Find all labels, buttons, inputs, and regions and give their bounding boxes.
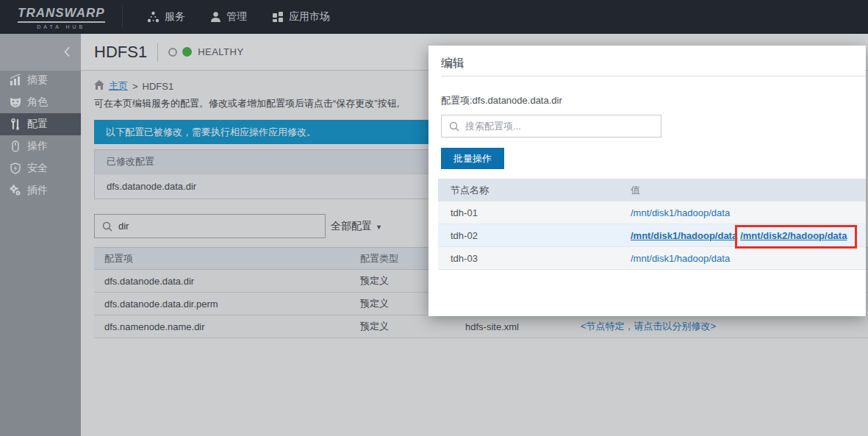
batch-operation-button[interactable]: 批量操作 (441, 148, 504, 169)
node-value-table: 节点名称 值 tdh-01 /mnt/disk1/hadoop/data tdh… (438, 179, 866, 270)
modal-title: 编辑 (441, 56, 465, 71)
modal-title-divider (441, 76, 866, 76)
search-icon (449, 121, 459, 132)
edit-modal: 编辑 配置项:dfs.datanode.data.dir 批量操作 节点名称 值… (428, 46, 866, 316)
modal-search-input[interactable] (465, 121, 642, 132)
column-header-value: 值 (631, 184, 866, 197)
node-row-tdh-02[interactable]: tdh-02 /mnt/disk1/hadoop/data /mnt/disk2… (438, 224, 866, 247)
node-row-tdh-03[interactable]: tdh-03 /mnt/disk1/hadoop/data (438, 247, 866, 270)
node-row-tdh-01[interactable]: tdh-01 /mnt/disk1/hadoop/data (438, 201, 866, 224)
value-link[interactable]: /mnt/disk1/hadoop/data (631, 230, 737, 241)
value-link[interactable]: /mnt/disk1/hadoop/data (631, 207, 730, 218)
node-table-header: 节点名称 值 (438, 179, 866, 201)
value-link-highlighted[interactable]: /mnt/disk2/hadoop/data (740, 230, 847, 241)
column-header-node: 节点名称 (438, 184, 631, 197)
value-link[interactable]: /mnt/disk1/hadoop/data (631, 253, 730, 264)
modal-config-label: 配置项:dfs.datanode.data.dir (441, 94, 562, 107)
modal-search-box (441, 115, 661, 137)
